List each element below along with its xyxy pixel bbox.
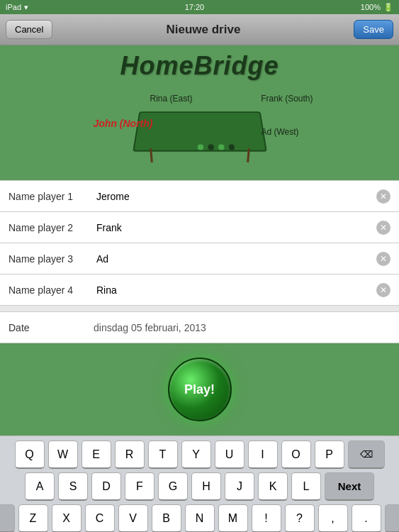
play-button-label: Play! — [184, 382, 215, 397]
battery-label: 100% — [361, 3, 381, 11]
player3-label: Name player 3 — [9, 253, 94, 265]
date-value: dinsdag 05 februari, 2013 — [94, 322, 206, 333]
key-period[interactable]: . — [352, 504, 381, 532]
key-y[interactable]: Y — [181, 440, 211, 469]
player4-row: Name player 4 ✕ — [0, 275, 399, 306]
status-left: iPad ▾ — [6, 3, 28, 12]
card-dot-2 — [208, 144, 214, 150]
key-r[interactable]: R — [115, 440, 145, 469]
key-b[interactable]: B — [152, 504, 181, 532]
key-comma[interactable]: , — [318, 504, 348, 532]
player2-row: Name player 2 ✕ — [0, 212, 399, 243]
player2-label: Name player 2 — [9, 222, 94, 233]
key-m[interactable]: M — [218, 504, 248, 532]
card-dot-1 — [197, 144, 203, 150]
player3-input[interactable] — [94, 253, 376, 265]
player2-input[interactable] — [94, 222, 376, 233]
key-a[interactable]: A — [25, 472, 55, 501]
nav-title: Nieuwe drive — [166, 23, 240, 37]
key-o[interactable]: O — [281, 440, 311, 469]
key-exclaim[interactable]: ! — [252, 504, 281, 532]
key-c[interactable]: C — [85, 504, 115, 532]
form-area: Name player 1 ✕ Name player 2 ✕ Name pla… — [0, 180, 399, 343]
key-i[interactable]: I — [248, 440, 278, 469]
status-bar: iPad ▾ 17:20 100% 🔋 — [0, 0, 399, 14]
play-button[interactable]: Play! — [168, 358, 232, 421]
player2-clear-button[interactable]: ✕ — [376, 221, 390, 235]
player1-label: Name player 1 — [9, 191, 94, 202]
keyboard: Q W E R T Y U I O P ⌫ A S D F G H J K L … — [0, 436, 399, 532]
player3-row: Name player 3 ✕ — [0, 243, 399, 275]
date-label: Date — [9, 322, 94, 333]
player3-clear-button[interactable]: ✕ — [376, 252, 390, 266]
player1-input[interactable] — [94, 191, 376, 202]
player1-clear-button[interactable]: ✕ — [376, 189, 390, 204]
key-t[interactable]: T — [148, 440, 178, 469]
card-dot-3 — [218, 144, 224, 150]
player-west-label: Ad (West) — [261, 127, 298, 137]
cancel-button[interactable]: Cancel — [6, 20, 52, 39]
player4-clear-button[interactable]: ✕ — [376, 283, 390, 297]
key-d[interactable]: D — [91, 472, 121, 501]
save-button[interactable]: Save — [354, 20, 393, 39]
keyboard-row-3: ⇧ Z X C V B N M ! ? , . ⇧ — [3, 504, 396, 532]
carrier-label: iPad — [6, 3, 21, 11]
key-f[interactable]: F — [125, 472, 154, 501]
header-area: HomeBridge Rina (East) Frank (South) Joh… — [0, 45, 399, 180]
bridge-table-area: Rina (East) Frank (South) John (North) A… — [94, 88, 306, 173]
next-key[interactable]: Next — [325, 472, 374, 501]
player-north-label: John (North) — [94, 118, 153, 129]
key-q[interactable]: Q — [15, 440, 45, 469]
card-dot-4 — [228, 144, 235, 150]
key-l[interactable]: L — [291, 472, 321, 501]
keyboard-row-2: A S D F G H J K L Next — [3, 472, 396, 501]
key-v[interactable]: V — [118, 504, 148, 532]
player4-input[interactable] — [94, 284, 376, 296]
key-h[interactable]: H — [191, 472, 221, 501]
keyboard-row-1: Q W E R T Y U I O P ⌫ — [3, 440, 396, 469]
player1-row: Name player 1 ✕ — [0, 181, 399, 212]
status-time: 17:20 — [185, 3, 205, 11]
key-e[interactable]: E — [82, 440, 111, 469]
delete-key[interactable]: ⌫ — [348, 440, 385, 469]
key-s[interactable]: S — [58, 472, 88, 501]
key-p[interactable]: P — [315, 440, 344, 469]
key-k[interactable]: K — [258, 472, 288, 501]
app-title: HomeBridge — [120, 51, 279, 81]
key-x[interactable]: X — [52, 504, 82, 532]
key-z[interactable]: Z — [18, 504, 48, 532]
shift-left-key[interactable]: ⇧ — [0, 504, 15, 532]
status-right: 100% 🔋 — [361, 3, 393, 12]
key-u[interactable]: U — [215, 440, 245, 469]
wifi-icon: ▾ — [24, 3, 28, 12]
key-j[interactable]: J — [225, 472, 254, 501]
player4-label: Name player 4 — [9, 284, 94, 296]
key-n[interactable]: N — [185, 504, 215, 532]
key-w[interactable]: W — [48, 440, 78, 469]
key-g[interactable]: G — [158, 472, 188, 501]
date-row: Date dinsdag 05 februari, 2013 — [0, 311, 399, 343]
key-question[interactable]: ? — [285, 504, 315, 532]
battery-icon: 🔋 — [383, 3, 393, 12]
play-area: Play! — [0, 343, 399, 436]
shift-right-key[interactable]: ⇧ — [385, 504, 400, 532]
navigation-bar: Cancel Nieuwe drive Save — [0, 14, 399, 45]
